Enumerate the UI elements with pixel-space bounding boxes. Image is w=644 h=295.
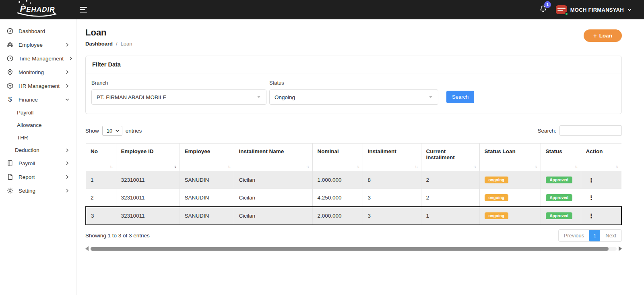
entries-label: entries	[126, 128, 142, 134]
column-header-employee-id[interactable]: Employee ID	[116, 143, 180, 171]
column-header-action[interactable]: Action	[581, 143, 621, 171]
sidebar-item-hr-management[interactable]: HR Management	[0, 79, 76, 93]
status-loan-badge: ongoing	[485, 212, 508, 219]
cell-current-installment: 2	[421, 171, 479, 189]
row-actions-kebab-icon[interactable]	[586, 176, 597, 184]
row-actions-kebab-icon[interactable]	[586, 212, 597, 220]
add-loan-button[interactable]: + Loan	[584, 29, 622, 42]
pagination-previous[interactable]: Previous	[559, 230, 590, 241]
sort-icon	[535, 164, 537, 168]
column-header-nominal[interactable]: Nominal	[312, 143, 363, 171]
entries-per-page-select[interactable]: 10	[102, 126, 122, 136]
sidebar-item-finance-thr[interactable]: THR	[0, 131, 76, 144]
show-label: Show	[85, 128, 99, 134]
sort-icon	[110, 164, 113, 168]
sidebar-item-finance-allowance[interactable]: Allowance	[0, 119, 76, 131]
branch-select-value: PT. FIRMAN ABADI MOBILE	[97, 94, 256, 100]
chevron-right-icon	[65, 70, 70, 75]
pagination-page-1[interactable]: 1	[589, 230, 600, 241]
table-row-selected[interactable]: 3 32310011 SANUDIN Cicilan 2.000.000 3 1…	[86, 207, 621, 225]
scrollbar-track[interactable]	[91, 247, 617, 251]
app-logo[interactable]: PPEHADIREHADIR	[0, 0, 76, 19]
column-header-status[interactable]: Status	[541, 143, 581, 171]
breadcrumb: Dashboard / Loan	[85, 41, 132, 47]
sidebar-item-employee[interactable]: Employee	[0, 38, 76, 52]
cell-installment: 3	[363, 207, 421, 225]
sidebar-item-label: HR Management	[19, 83, 60, 89]
filter-search-button[interactable]: Search	[446, 91, 474, 103]
scroll-left-arrow[interactable]	[85, 246, 89, 251]
logo-dot	[23, 4, 24, 5]
caret-down-icon	[428, 95, 433, 100]
column-header-installment-name[interactable]: Installment Name	[234, 143, 312, 171]
cell-installment-name: Cicilan	[234, 207, 312, 225]
status-select-value: Ongoing	[275, 94, 428, 100]
scrollbar-thumb[interactable]	[91, 247, 609, 251]
logo-dot	[26, 0, 27, 2]
column-header-current-installment[interactable]: Current Installment	[421, 143, 479, 171]
cell-nominal: 2.000.000	[312, 207, 363, 225]
sort-icon	[415, 164, 418, 168]
sidebar-item-payroll[interactable]: Payroll	[0, 156, 76, 170]
book-icon	[6, 160, 14, 167]
row-actions-kebab-icon[interactable]	[586, 194, 597, 202]
table-row[interactable]: 2 32310011 SANUDIN Cicilan 4.250.000 3 2…	[86, 189, 621, 207]
column-header-status-loan[interactable]: Status Loan	[479, 143, 541, 171]
pagination: Previous 1 Next	[558, 229, 622, 242]
cell-no: 2	[86, 189, 116, 207]
sidebar-item-report[interactable]: Report	[0, 170, 76, 184]
sort-icon	[357, 164, 359, 168]
logo-swoosh	[17, 12, 59, 17]
horizontal-scrollbar	[85, 246, 622, 251]
branch-label: Branch	[91, 80, 266, 86]
column-header-employee[interactable]: Employee	[180, 143, 234, 171]
column-header-installment[interactable]: Installment	[363, 143, 421, 171]
scroll-right-arrow[interactable]	[619, 246, 622, 251]
sidebar-item-setting[interactable]: Setting	[0, 184, 76, 197]
sidebar-item-label: Payroll	[19, 160, 60, 166]
branch-select[interactable]: PT. FIRMAN ABADI MOBILE	[91, 89, 266, 105]
table-row[interactable]: 1 32310011 SANUDIN Cicilan 1.000.000 8 2…	[86, 171, 621, 189]
user-menu[interactable]: MOCH FIRMANSYAH	[556, 5, 632, 14]
column-header-no[interactable]: No	[86, 143, 116, 171]
sort-icon	[473, 164, 476, 168]
sidebar-item-label: Deduction	[15, 147, 60, 153]
document-icon	[6, 173, 14, 181]
sidebar-item-monitoring[interactable]: Monitoring	[0, 65, 76, 79]
chevron-right-icon	[68, 56, 73, 61]
status-select[interactable]: Ongoing	[269, 89, 438, 105]
sidebar-item-finance[interactable]: $ Finance	[0, 93, 76, 106]
breadcrumb-dashboard-link[interactable]: Dashboard	[85, 41, 113, 47]
clock-icon	[6, 55, 14, 62]
sidebar-item-finance-payroll[interactable]: Payroll	[0, 106, 76, 119]
table-search-input[interactable]	[559, 125, 622, 136]
hamburger-menu-icon[interactable]	[80, 6, 90, 14]
sort-icon	[228, 164, 231, 168]
sidebar-item-label: Report	[19, 174, 60, 180]
notification-bell-icon[interactable]: 1	[539, 5, 547, 15]
gear-icon	[6, 187, 14, 194]
sidebar-item-finance-deduction[interactable]: Deduction	[0, 144, 76, 156]
sidebar-item-label: Dashboard	[19, 28, 70, 34]
sidebar-item-label: Setting	[19, 188, 60, 194]
avatar	[556, 5, 567, 14]
sidebar-item-label: Allowance	[17, 122, 70, 128]
chevron-right-icon	[65, 188, 70, 193]
cell-nominal: 1.000.000	[312, 171, 363, 189]
sidebar-item-dashboard[interactable]: Dashboard	[0, 24, 76, 38]
sidebar-item-time-management[interactable]: Time Management	[0, 52, 76, 65]
sidebar: Dashboard Employee Time Management Mo	[0, 19, 76, 295]
cell-installment-name: Cicilan	[234, 189, 312, 207]
table-header-row: No Employee ID Employee Installment Name…	[86, 143, 621, 171]
breadcrumb-current: Loan	[121, 41, 132, 47]
chevron-down-icon	[627, 7, 632, 12]
sidebar-item-label: Finance	[19, 97, 60, 103]
chevron-down-icon	[115, 129, 120, 133]
cube-icon	[6, 82, 14, 89]
chevron-right-icon	[65, 161, 70, 166]
chevron-right-icon	[65, 42, 70, 47]
entries-per-page-value: 10	[107, 128, 112, 134]
cell-installment: 3	[363, 189, 421, 207]
sort-icon	[575, 164, 578, 168]
pagination-next[interactable]: Next	[600, 230, 621, 241]
